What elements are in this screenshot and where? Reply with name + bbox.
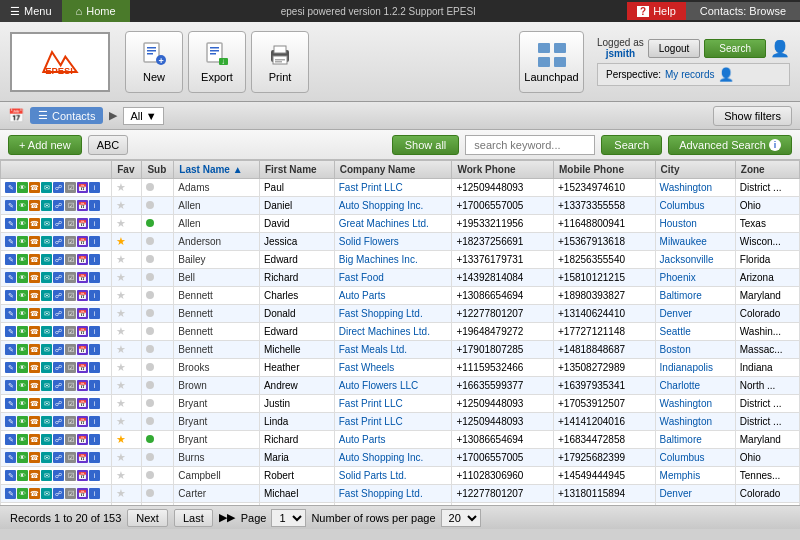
email-icon[interactable]: ✉: [41, 488, 52, 499]
sub-cell[interactable]: [142, 377, 174, 395]
fav-cell[interactable]: ★: [112, 197, 142, 215]
info-icon[interactable]: i: [89, 416, 100, 427]
col-fav[interactable]: Fav: [112, 161, 142, 179]
task-icon[interactable]: ☑: [65, 218, 76, 229]
note-icon[interactable]: ☍: [53, 470, 64, 481]
edit-icon[interactable]: ✎: [5, 488, 16, 499]
call-icon[interactable]: ☎: [29, 236, 40, 247]
calendar-icon[interactable]: 📅: [77, 398, 88, 409]
sub-cell[interactable]: [142, 395, 174, 413]
edit-icon[interactable]: ✎: [5, 470, 16, 481]
call-icon[interactable]: ☎: [29, 326, 40, 337]
sub-cell[interactable]: [142, 251, 174, 269]
fav-star[interactable]: ★: [116, 217, 126, 229]
city-link[interactable]: Washington: [660, 416, 712, 427]
city-link[interactable]: Phoenix: [660, 272, 696, 283]
email-icon[interactable]: ✉: [41, 398, 52, 409]
fav-cell[interactable]: ★: [112, 215, 142, 233]
note-icon[interactable]: ☍: [53, 488, 64, 499]
call-icon[interactable]: ☎: [29, 362, 40, 373]
task-icon[interactable]: ☑: [65, 452, 76, 463]
fav-star[interactable]: ★: [116, 325, 126, 337]
city-link[interactable]: Denver: [660, 488, 692, 499]
city-link[interactable]: Indianapolis: [660, 362, 713, 373]
edit-icon[interactable]: ✎: [5, 290, 16, 301]
view-icon[interactable]: 👁: [17, 326, 28, 337]
email-icon[interactable]: ✉: [41, 272, 52, 283]
fav-cell[interactable]: ★: [112, 341, 142, 359]
task-icon[interactable]: ☑: [65, 254, 76, 265]
city-link[interactable]: Denver: [660, 308, 692, 319]
call-icon[interactable]: ☎: [29, 434, 40, 445]
sub-cell[interactable]: [142, 197, 174, 215]
rows-per-page-select[interactable]: 20 50 100: [441, 509, 481, 527]
calendar-icon[interactable]: 📅: [77, 344, 88, 355]
fav-star[interactable]: ★: [116, 271, 126, 283]
call-icon[interactable]: ☎: [29, 416, 40, 427]
task-icon[interactable]: ☑: [65, 488, 76, 499]
call-icon[interactable]: ☎: [29, 380, 40, 391]
next-button[interactable]: Next: [127, 509, 168, 527]
calendar-icon[interactable]: 📅: [77, 416, 88, 427]
edit-icon[interactable]: ✎: [5, 308, 16, 319]
city-link[interactable]: Columbus: [660, 200, 705, 211]
menu-button[interactable]: ☰ Menu: [0, 0, 62, 22]
info-icon[interactable]: i: [89, 398, 100, 409]
view-icon[interactable]: 👁: [17, 254, 28, 265]
note-icon[interactable]: ☍: [53, 254, 64, 265]
sub-cell[interactable]: [142, 485, 174, 503]
note-icon[interactable]: ☍: [53, 200, 64, 211]
view-icon[interactable]: 👁: [17, 380, 28, 391]
calendar-icon[interactable]: 📅: [77, 290, 88, 301]
city-link[interactable]: Baltimore: [660, 434, 702, 445]
task-icon[interactable]: ☑: [65, 470, 76, 481]
search-top-button[interactable]: Search: [704, 39, 766, 58]
info-icon[interactable]: i: [89, 182, 100, 193]
view-icon[interactable]: 👁: [17, 236, 28, 247]
note-icon[interactable]: ☍: [53, 362, 64, 373]
fav-star[interactable]: ★: [116, 235, 126, 247]
call-icon[interactable]: ☎: [29, 452, 40, 463]
edit-icon[interactable]: ✎: [5, 254, 16, 265]
search-button[interactable]: Search: [601, 135, 662, 155]
calendar-icon[interactable]: 📅: [77, 308, 88, 319]
info-icon[interactable]: i: [89, 488, 100, 499]
info-icon[interactable]: i: [89, 344, 100, 355]
email-icon[interactable]: ✉: [41, 416, 52, 427]
view-icon[interactable]: 👁: [17, 470, 28, 481]
call-icon[interactable]: ☎: [29, 290, 40, 301]
city-link[interactable]: Boston: [660, 344, 691, 355]
fav-star[interactable]: ★: [116, 487, 126, 499]
edit-icon[interactable]: ✎: [5, 272, 16, 283]
fav-cell[interactable]: ★: [112, 431, 142, 449]
sub-cell[interactable]: [142, 269, 174, 287]
fav-star[interactable]: ★: [116, 397, 126, 409]
fav-cell[interactable]: ★: [112, 305, 142, 323]
task-icon[interactable]: ☑: [65, 182, 76, 193]
note-icon[interactable]: ☍: [53, 452, 64, 463]
call-icon[interactable]: ☎: [29, 398, 40, 409]
call-icon[interactable]: ☎: [29, 308, 40, 319]
note-icon[interactable]: ☍: [53, 434, 64, 445]
fav-cell[interactable]: ★: [112, 449, 142, 467]
task-icon[interactable]: ☑: [65, 416, 76, 427]
city-link[interactable]: Seattle: [660, 326, 691, 337]
fav-cell[interactable]: ★: [112, 323, 142, 341]
new-button[interactable]: + New: [125, 31, 183, 93]
fav-star[interactable]: ★: [116, 253, 126, 265]
view-icon[interactable]: 👁: [17, 398, 28, 409]
fav-cell[interactable]: ★: [112, 485, 142, 503]
fav-star[interactable]: ★: [116, 379, 126, 391]
note-icon[interactable]: ☍: [53, 182, 64, 193]
email-icon[interactable]: ✉: [41, 344, 52, 355]
call-icon[interactable]: ☎: [29, 272, 40, 283]
advanced-search-button[interactable]: Advanced Search i: [668, 135, 792, 155]
note-icon[interactable]: ☍: [53, 218, 64, 229]
export-button[interactable]: ↓ Export: [188, 31, 246, 93]
note-icon[interactable]: ☍: [53, 272, 64, 283]
sub-cell[interactable]: [142, 359, 174, 377]
col-city[interactable]: City: [655, 161, 735, 179]
info-icon[interactable]: i: [89, 200, 100, 211]
call-icon[interactable]: ☎: [29, 218, 40, 229]
home-button[interactable]: ⌂ Home: [62, 0, 130, 22]
